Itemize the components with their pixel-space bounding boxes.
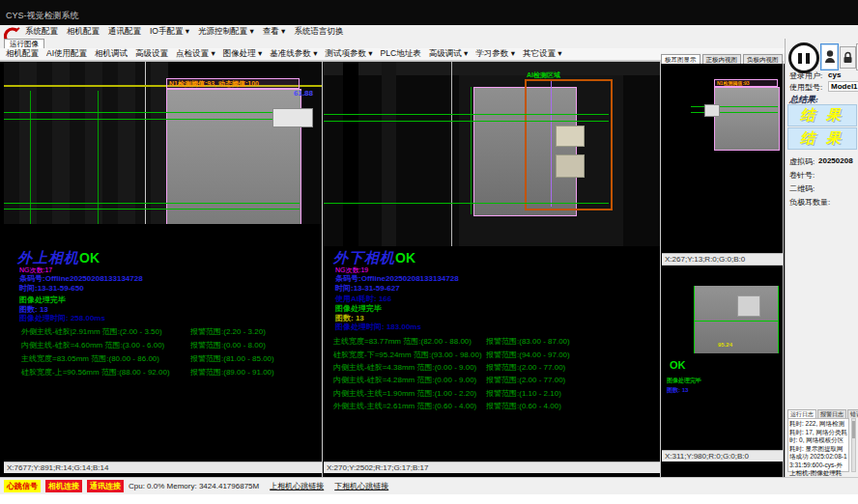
pause-button[interactable] xyxy=(788,42,819,73)
tab-error-log[interactable]: 错误日志 xyxy=(847,409,858,418)
green-measure-line xyxy=(4,119,300,120)
status-bar: 心跳信号 相机连接 通讯连接 Cpu: 0.0% Memory: 3424.41… xyxy=(0,477,858,494)
menu-item-io-config[interactable]: IO手配置 ▾ xyxy=(150,26,189,38)
status-ok: OK xyxy=(79,250,100,266)
lower-camera-heartbeat-link[interactable]: 下相机心跳链接 xyxy=(334,481,388,491)
process-time: 图像处理时间: 258.00ms xyxy=(19,313,105,323)
measurement-row: 主线宽度=83.77mm 范围:(82.00 - 88.00) 报警范围:(83… xyxy=(333,336,570,347)
measurement-text: 内侧主线-硅胶=4.38mm 范围:(0.00 - 9.00) xyxy=(333,362,486,373)
result-text: 结 果 xyxy=(800,106,844,125)
menu-item-light-config[interactable]: 光源控制配置 ▾ xyxy=(198,26,254,38)
center-camera-view[interactable]: AI检测区域 xyxy=(324,62,660,246)
title-bar: CYS-视觉检测系统 xyxy=(0,0,858,25)
camera-name: 外上相机 xyxy=(17,250,79,266)
toolbar-other-settings[interactable]: 其它设置 ▾ xyxy=(523,48,562,60)
measure-value-overlay: 95.24 xyxy=(718,342,732,348)
measurement-row: 外侧主线-主线=2.61mm 范围:(0.60 - 4.00) 报警范围:(0.… xyxy=(333,401,561,411)
status-ok: OK xyxy=(395,250,415,266)
green-measure-line xyxy=(4,203,300,204)
measurement-text: 主线宽度=83.77mm 范围:(82.00 - 88.00) xyxy=(333,336,486,347)
machine-slot xyxy=(343,62,358,246)
tab-positive-inner-view[interactable]: 正极内视图 xyxy=(702,54,742,64)
center-camera-panel: AI检测区域 外下相机OK NG次数:19 条码号:Offline2025020… xyxy=(324,62,660,473)
toolbar-baseline-params[interactable]: 基准线参数 ▾ xyxy=(270,48,317,60)
pause-icon xyxy=(798,53,802,64)
user-login-button[interactable] xyxy=(820,43,839,70)
toolbar-test-item-params[interactable]: 测试项参数 ▾ xyxy=(325,48,372,60)
green-measure-line xyxy=(4,112,300,113)
capture-time: 时间:13-31-59-627 xyxy=(335,283,400,294)
menu-item-system-config[interactable]: 系统配置 xyxy=(25,26,58,38)
measurement-row: 内侧主线-主线=1.90mm 范围:(1.00 - 2.20) 报警范围:(1.… xyxy=(333,388,561,399)
model-value[interactable]: Model1 xyxy=(828,81,858,92)
alarm-range-text: 报警范围:(1.10 - 2.10) xyxy=(486,388,561,399)
green-measure-line xyxy=(324,114,609,115)
model-label: 使用型号: xyxy=(789,82,822,93)
scrollbar-thumb[interactable] xyxy=(852,421,855,438)
frame-count: 图数: 13 xyxy=(667,386,688,395)
window-title: CYS-视觉检测系统 xyxy=(6,10,79,22)
process-done-text: 图像处理完毕 xyxy=(667,377,701,385)
toolbar-camera-config[interactable]: 相机配置 xyxy=(6,48,39,60)
green-guide-vline xyxy=(98,91,99,224)
toolbar-spotcheck-settings[interactable]: 点检设置 ▾ xyxy=(176,48,215,60)
toolbar-learning-params[interactable]: 学习参数 ▾ xyxy=(475,48,515,60)
cpu-memory-readout: Cpu: 0.0% Memory: 3424.41796875M xyxy=(129,482,259,490)
upper-camera-heartbeat-link[interactable]: 上相机心跳链接 xyxy=(270,481,324,491)
green-guide-vline xyxy=(471,87,472,214)
control-sidebar: 登录用户: cys 使用型号: Model1 总结果: 结 果 结 果 虚拟码:… xyxy=(785,39,858,477)
machine-edge-line xyxy=(451,62,452,246)
pixel-coordinates-readout: X:267;Y:13;R:0;G:0;B:0 xyxy=(662,253,783,265)
log-scrollbar[interactable] xyxy=(851,418,856,472)
menu-item-view[interactable]: 查看 ▾ xyxy=(263,26,286,38)
left-camera-view[interactable]: N1检测阈值:93, 动态阈值:100 61.88 xyxy=(4,62,322,224)
green-measure-line xyxy=(694,321,779,322)
virtual-code-value: 20250208 xyxy=(818,156,853,165)
right-bottom-camera-view[interactable]: 95.24 OK 图像处理完毕 图数: 13 xyxy=(662,266,783,450)
tab-run-image[interactable]: 运行图像 xyxy=(4,39,44,48)
measurement-text: 外侧主线-主线=2.61mm 范围:(0.60 - 4.00) xyxy=(333,401,486,411)
measurement-text: 硅胶宽度-上=90.56mm 范围:(88.00 - 92.00) xyxy=(21,367,190,378)
menu-item-camera-config[interactable]: 相机配置 xyxy=(67,26,100,38)
virtual-code-label: 虚拟码: xyxy=(789,156,815,167)
alarm-range-text: 报警范围:(94.00 - 97.00) xyxy=(486,350,570,360)
right-view-tabs: 极耳图显示 正极内视图 负极内视图 xyxy=(661,53,785,64)
process-time: 图像处理时间: 183.00ms xyxy=(335,322,421,332)
measurement-row: 外侧主线-硅胶|2.91mm 范围:(2.00 - 3.50) 报警范围:(2.… xyxy=(21,326,266,337)
tab-run-log[interactable]: 运行日志 xyxy=(787,409,816,418)
toolbar-advanced-debug[interactable]: 高级调试 ▾ xyxy=(429,48,469,60)
toolbar-plc-address-table[interactable]: PLC地址表 xyxy=(381,48,421,60)
measure-value-overlay: 61.88 xyxy=(294,89,313,98)
toolbar-ai-usage-config[interactable]: AI使用配置 xyxy=(46,48,87,60)
tab-foil-highlight xyxy=(556,126,585,147)
tab-negative-inner-view[interactable]: 负极内视图 xyxy=(743,54,783,64)
right-top-camera-view[interactable]: N1检测阈值:93 xyxy=(662,64,783,253)
login-user-label: 登录用户: xyxy=(789,70,822,81)
connector-part xyxy=(704,104,720,117)
app-window: CYS-视觉检测系统 系统配置 相机配置 通讯配置 IO手配置 ▾ 光源控制配置… xyxy=(0,0,858,504)
toolbar-camera-debug[interactable]: 相机调试 xyxy=(95,48,128,60)
measurement-row: 内侧主线-硅胶=4.28mm 范围:(0.00 - 9.00) 报警范围:(2.… xyxy=(333,375,565,385)
green-guide-vline xyxy=(30,91,31,224)
tab-tab-image-view[interactable]: 极耳图显示 xyxy=(661,54,701,64)
tab-alarm-log[interactable]: 报警日志 xyxy=(817,409,846,418)
menu-item-comm-config[interactable]: 通讯配置 xyxy=(108,26,141,38)
status-ok: OK xyxy=(670,359,686,371)
pixel-coordinates-readout: X:311;Y:980;R:0;G:0;B:0 xyxy=(662,450,783,462)
camera-connection-badge: 相机连接 xyxy=(45,480,82,492)
tab-foil-highlight xyxy=(737,295,760,317)
toolbar-advanced-settings[interactable]: 高级设置 xyxy=(135,48,168,60)
measurement-row: 硅胶宽度-下=95.24mm 范围:(93.00 - 98.00) 报警范围:(… xyxy=(333,350,570,360)
panel-divider xyxy=(322,61,323,477)
measurement-row: 内侧主线-硅胶=4.60mm 范围:(3.00 - 6.00) 报警范围:(0.… xyxy=(21,340,266,350)
tab-row: 运行图像 xyxy=(0,39,785,48)
comm-connection-badge: 通讯连接 xyxy=(87,480,124,492)
toolbar-image-processing[interactable]: 图像处理 ▾ xyxy=(223,48,263,60)
cell-region-box xyxy=(714,87,780,151)
right-top-panel: N1检测阈值:93 X:267;Y:13;R:0;G:0;B:0 xyxy=(662,64,783,265)
lock-button[interactable] xyxy=(840,46,856,69)
green-measure-line xyxy=(324,121,609,122)
winding-pin-label: 卷针号: xyxy=(789,170,815,181)
measurement-row: 内侧主线-硅胶=4.38mm 范围:(0.00 - 9.00) 报警范围:(2.… xyxy=(333,362,565,373)
menu-item-language-switch[interactable]: 系统语言切换 xyxy=(294,26,343,38)
